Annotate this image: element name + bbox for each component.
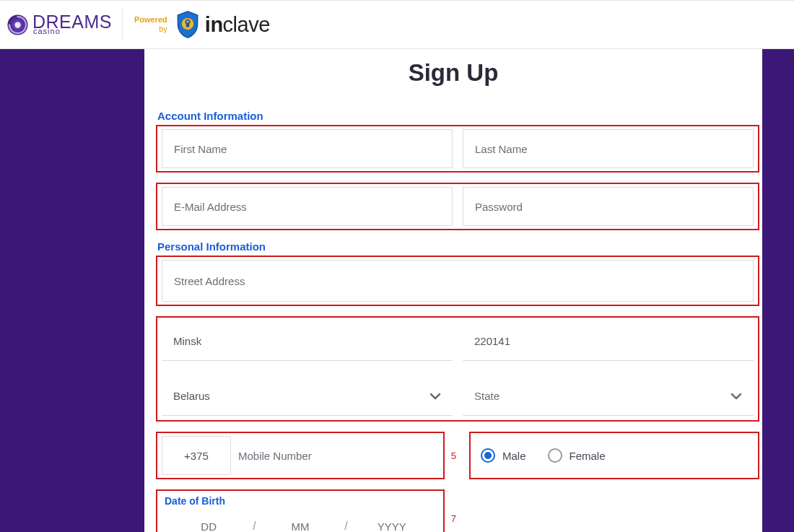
powered-by-label: Powered by: [134, 15, 167, 33]
signup-panel: Sign Up Account Information First Name L…: [144, 49, 762, 532]
annotation-box-7: Date of Birth DD / MM / YYYY 7: [156, 489, 445, 532]
svg-rect-3: [186, 22, 190, 27]
gender-male-radio[interactable]: Male: [481, 448, 526, 463]
section-account-label: Account Information: [157, 110, 759, 122]
annotation-box-3: Street Address 3: [156, 256, 759, 306]
zip-input[interactable]: 220141: [463, 322, 754, 361]
mobile-number-input[interactable]: Mobile Number: [238, 436, 439, 475]
street-address-input[interactable]: Street Address: [162, 260, 754, 302]
city-input[interactable]: Minsk: [162, 322, 453, 361]
left-gutter: [0, 49, 144, 532]
last-name-input[interactable]: Last Name: [463, 129, 754, 168]
country-select[interactable]: Belarus: [162, 377, 453, 416]
password-input[interactable]: Password: [463, 187, 754, 226]
radio-dot-icon: [481, 448, 495, 463]
section-personal-label: Personal Information: [157, 240, 759, 253]
first-name-input[interactable]: First Name: [162, 129, 453, 168]
header: DREAMS casino Powered by inclave: [0, 0, 794, 49]
annotation-box-6: Male Female 6: [469, 432, 759, 479]
section-dob-label: Date of Birth: [165, 495, 436, 507]
annotation-box-2: E-Mail Address Password 2: [156, 183, 759, 230]
svg-point-1: [14, 22, 20, 27]
inclave-text: inclave: [205, 13, 270, 37]
chevron-down-icon: [428, 389, 442, 404]
annotation-number: 5: [451, 450, 456, 461]
annotation-number: 7: [451, 513, 456, 524]
dob-year-input[interactable]: YYYY: [348, 520, 436, 533]
radio-dot-icon: [548, 448, 562, 463]
inclave-logo[interactable]: inclave: [175, 9, 270, 40]
dreams-logo[interactable]: DREAMS casino: [6, 8, 123, 41]
annotation-box-4: Minsk 220141 Belarus State 4: [156, 316, 759, 422]
annotation-box-1: First Name Last Name 1: [156, 125, 759, 173]
dreams-swirl-icon: [6, 13, 30, 37]
gender-female-radio[interactable]: Female: [548, 448, 606, 463]
shield-lock-icon: [175, 9, 201, 40]
page-title: Sign Up: [144, 59, 762, 87]
state-select[interactable]: State: [463, 377, 754, 416]
annotation-box-5: +375 Mobile Number 5: [156, 432, 445, 479]
email-input[interactable]: E-Mail Address: [162, 187, 453, 226]
chevron-down-icon: [729, 389, 743, 404]
dob-month-input[interactable]: MM: [256, 520, 344, 533]
dob-day-input[interactable]: DD: [165, 520, 253, 533]
right-gutter: [762, 49, 794, 532]
dial-code-input[interactable]: +375: [162, 436, 231, 475]
